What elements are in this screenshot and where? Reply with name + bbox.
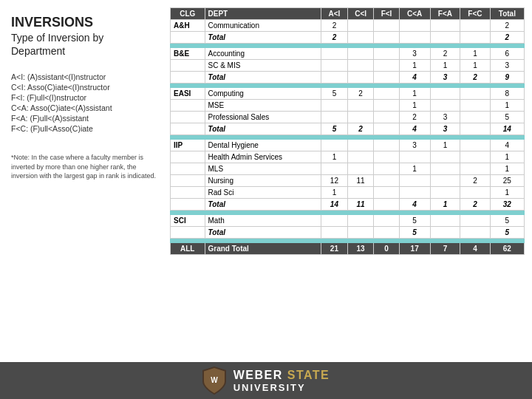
clg-cell xyxy=(171,163,205,175)
fc-cell xyxy=(460,20,491,32)
fc-cell xyxy=(460,88,491,100)
ca-cell xyxy=(399,151,430,163)
clg-cell xyxy=(171,175,205,187)
aci-cell: 5 xyxy=(321,123,348,135)
clg-cell xyxy=(171,100,205,112)
clg-cell: SCI xyxy=(171,215,205,227)
dept-cell: Rad Sci xyxy=(205,187,321,199)
wsu-shield-icon: W xyxy=(202,366,226,395)
fi-cell xyxy=(374,72,399,83)
col-ci: C<I xyxy=(347,8,374,20)
inversions-table: CLG DEPT A<I C<I F<I C<A F<A F<C Total A… xyxy=(170,7,525,255)
title-block: INVERSIONS Type of Inversion by Departme… xyxy=(11,15,163,58)
title-sub-line2: Type of Inversion by xyxy=(11,31,163,44)
wsu-name: WEBER STATE UNIVERSITY xyxy=(233,369,330,393)
col-fa: F<A xyxy=(430,8,460,20)
ci-cell xyxy=(347,20,374,32)
ci-cell: 11 xyxy=(347,175,374,187)
dept-cell: Accounting xyxy=(205,48,321,60)
title-main: INVERSIONS xyxy=(11,15,163,31)
table-panel: CLG DEPT A<I C<I F<I C<A F<A F<C Total A… xyxy=(170,7,525,355)
ci-cell xyxy=(347,215,374,227)
clg-cell xyxy=(171,151,205,163)
col-ca: C<A xyxy=(399,8,430,20)
grand-total-dept: Grand Total xyxy=(205,243,321,255)
grand-total-fi: 0 xyxy=(374,243,399,255)
table-row: Total4329 xyxy=(171,72,525,83)
fc-cell xyxy=(460,163,491,175)
clg-cell xyxy=(171,187,205,199)
fc-cell xyxy=(460,140,491,151)
dept-cell: SC & MIS xyxy=(205,60,321,72)
grand-total-ca: 17 xyxy=(399,243,430,255)
ca-cell: 2 xyxy=(399,112,430,123)
total-cell: 3 xyxy=(490,60,524,72)
fc-cell xyxy=(460,227,491,239)
ci-cell xyxy=(347,32,374,44)
aci-cell xyxy=(321,72,348,83)
aci-cell: 14 xyxy=(321,199,348,211)
clg-cell xyxy=(171,199,205,211)
clg-cell xyxy=(171,123,205,135)
col-total: Total xyxy=(490,8,524,20)
ci-cell: 11 xyxy=(347,199,374,211)
total-cell: 1 xyxy=(490,187,524,199)
legend-item: C<A: Asso(C)iate<(A)ssistant xyxy=(11,103,163,112)
grand-total-ci: 13 xyxy=(347,243,374,255)
fi-cell xyxy=(374,88,399,100)
table-row: Total141141232 xyxy=(171,199,525,211)
legend-list: A<I: (A)ssistant<(I)nstructorC<I: Asso(C… xyxy=(11,72,163,134)
ca-cell: 5 xyxy=(399,227,430,239)
clg-cell xyxy=(171,227,205,239)
total-cell: 14 xyxy=(490,123,524,135)
table-row: Rad Sci11 xyxy=(171,187,525,199)
footer-bar: W WEBER STATE UNIVERSITY xyxy=(0,362,532,399)
table-row: IIPDental Hygiene314 xyxy=(171,140,525,151)
fa-cell: 1 xyxy=(430,140,460,151)
dept-cell: MLS xyxy=(205,163,321,175)
fi-cell xyxy=(374,199,399,211)
fc-cell: 2 xyxy=(460,175,491,187)
ca-cell: 1 xyxy=(399,88,430,100)
total-cell: 1 xyxy=(490,100,524,112)
fi-cell xyxy=(374,187,399,199)
legend-item: A<I: (A)ssistant<(I)nstructor xyxy=(11,72,163,81)
aci-cell xyxy=(321,227,348,239)
fc-cell xyxy=(460,112,491,123)
ca-cell xyxy=(399,175,430,187)
aci-cell xyxy=(321,215,348,227)
dept-cell: Professional Sales xyxy=(205,112,321,123)
fi-cell xyxy=(374,100,399,112)
ci-cell xyxy=(347,227,374,239)
ci-cell xyxy=(347,187,374,199)
fi-cell xyxy=(374,151,399,163)
grand-total-total: 62 xyxy=(490,243,524,255)
dept-cell: Nursing xyxy=(205,175,321,187)
ci-cell xyxy=(347,60,374,72)
fa-cell xyxy=(430,215,460,227)
fc-cell: 1 xyxy=(460,48,491,60)
total-cell: 5 xyxy=(490,215,524,227)
fa-cell xyxy=(430,151,460,163)
total-cell: 2 xyxy=(490,20,524,32)
fc-cell xyxy=(460,100,491,112)
aci-cell xyxy=(321,112,348,123)
fc-cell: 1 xyxy=(460,60,491,72)
table-row: A&HCommunication22 xyxy=(171,20,525,32)
aci-cell: 2 xyxy=(321,20,348,32)
ca-cell: 5 xyxy=(399,215,430,227)
fa-cell xyxy=(430,187,460,199)
fa-cell: 3 xyxy=(430,72,460,83)
fi-cell xyxy=(374,215,399,227)
ci-cell xyxy=(347,48,374,60)
ci-cell xyxy=(347,112,374,123)
dept-cell: Health Admin Services xyxy=(205,151,321,163)
dept-cell: Math xyxy=(205,215,321,227)
fc-cell xyxy=(460,32,491,44)
fi-cell xyxy=(374,140,399,151)
aci-cell xyxy=(321,60,348,72)
fa-cell xyxy=(430,175,460,187)
fc-cell xyxy=(460,215,491,227)
total-cell: 32 xyxy=(490,199,524,211)
aci-cell: 1 xyxy=(321,151,348,163)
